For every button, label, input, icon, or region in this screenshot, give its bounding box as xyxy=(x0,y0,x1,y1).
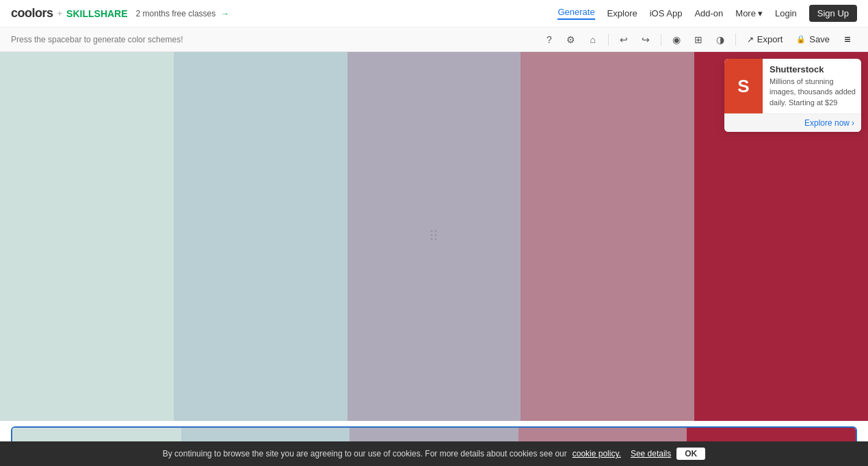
share-icon: ↗ xyxy=(747,35,754,44)
logo-area: coolors + SKILLSHARE 2 months free class… xyxy=(11,6,229,20)
nav-more[interactable]: More ▾ xyxy=(735,8,763,18)
chevron-down-icon: ▾ xyxy=(758,8,763,18)
top-navigation: coolors + SKILLSHARE 2 months free class… xyxy=(0,0,868,27)
nav-ios-app[interactable]: iOS App xyxy=(650,8,683,18)
promo-arrow: → xyxy=(221,9,229,18)
redo-icon[interactable]: ↪ xyxy=(636,30,655,49)
skillshare-logo[interactable]: SKILLSHARE xyxy=(66,8,127,19)
toolbar-separator-1 xyxy=(608,33,609,46)
drag-icon xyxy=(425,227,442,247)
gear-icon[interactable]: ⚙ xyxy=(562,30,581,49)
color-swatch-1[interactable] xyxy=(0,52,174,421)
shutterstock-description: Millions of stunning images, thousands a… xyxy=(770,77,856,108)
coolors-logo[interactable]: coolors xyxy=(11,6,53,20)
cookie-ok-button[interactable]: OK xyxy=(676,448,705,460)
cookie-message: By continuing to browse the site you are… xyxy=(163,449,567,458)
shutterstock-title: Shutterstock xyxy=(770,64,856,74)
plus-separator: + xyxy=(57,8,63,18)
arrow-icon: › xyxy=(852,118,854,128)
nav-generate[interactable]: Generate xyxy=(557,7,594,20)
shutterstock-logo-bg: S xyxy=(724,59,763,113)
cookie-see-details[interactable]: See details xyxy=(631,449,671,458)
shutterstock-ad-top: S Shutterstock Millions of stunning imag… xyxy=(724,59,861,113)
nav-right: Generate Explore iOS App Add-on More ▾ L… xyxy=(557,5,857,22)
shutterstock-explore-button[interactable]: Explore now › xyxy=(804,118,854,128)
toolbar-separator-3 xyxy=(735,33,736,46)
signup-button[interactable]: Sign Up xyxy=(809,5,857,22)
lock-icon: 🔒 xyxy=(796,35,806,44)
toolbar: Press the spacebar to generate color sch… xyxy=(0,27,868,52)
eye-icon[interactable]: ◉ xyxy=(667,30,686,49)
toolbar-separator-2 xyxy=(661,33,661,46)
cookie-policy-link[interactable]: cookie policy. xyxy=(573,449,621,458)
save-label: Save xyxy=(809,34,830,44)
spacebar-hint: Press the spacebar to generate color sch… xyxy=(11,35,537,44)
color-swatch-4[interactable] xyxy=(521,52,694,421)
promo-text: 2 months free classes xyxy=(136,9,216,18)
svg-point-4 xyxy=(431,238,433,240)
nav-add-on[interactable]: Add-on xyxy=(694,8,723,18)
nav-explore[interactable]: Explore xyxy=(607,8,637,18)
color-swatch-3[interactable] xyxy=(347,52,521,421)
export-label: Export xyxy=(757,34,783,44)
shutterstock-logo-icon: S xyxy=(737,76,749,97)
palette-icon[interactable]: ◑ xyxy=(711,30,730,49)
color-swatch-2[interactable] xyxy=(174,52,347,421)
svg-point-1 xyxy=(435,230,437,232)
hamburger-button[interactable]: ≡ xyxy=(838,30,857,49)
export-button[interactable]: ↗ Export xyxy=(741,31,789,47)
grid-icon[interactable]: ⊞ xyxy=(689,30,708,49)
shutterstock-footer: Explore now › xyxy=(724,113,861,132)
cookie-banner: By continuing to browse the site you are… xyxy=(0,441,868,466)
home-icon[interactable]: ⌂ xyxy=(583,30,603,49)
save-button[interactable]: 🔒 Save xyxy=(791,31,835,47)
svg-point-3 xyxy=(435,234,437,236)
svg-point-5 xyxy=(435,238,437,240)
undo-icon[interactable]: ↩ xyxy=(614,30,633,49)
login-button[interactable]: Login xyxy=(775,8,797,18)
shutterstock-text: Shutterstock Millions of stunning images… xyxy=(763,59,861,113)
svg-point-2 xyxy=(431,234,433,236)
shutterstock-ad: S Shutterstock Millions of stunning imag… xyxy=(724,59,861,132)
svg-point-0 xyxy=(431,230,433,232)
help-icon[interactable]: ? xyxy=(540,30,559,49)
